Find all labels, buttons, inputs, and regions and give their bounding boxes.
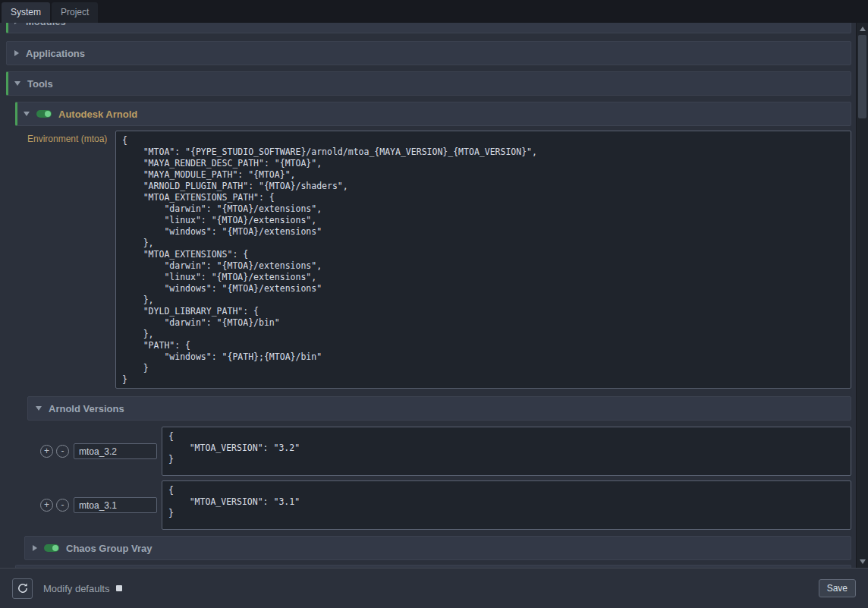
section-header-modules[interactable]: Modules [6,23,851,33]
section-header-applications[interactable]: Applications [6,41,851,65]
arnold-section-body: Environment (mtoa) { "MTOA": "{PYPE_STUD… [15,126,851,530]
version-row: + - { "MTOA_VERSION": "3.1" } [40,480,851,530]
add-version-button[interactable]: + [40,499,53,512]
refresh-button[interactable] [12,578,33,599]
arrow-up-icon [860,27,866,31]
tab-project[interactable]: Project [52,2,98,23]
vertical-scrollbar[interactable] [856,23,868,568]
section-header-arnold-versions[interactable]: Arnold Versions [27,396,851,421]
section-label-arnold: Autodesk Arnold [58,109,137,120]
section-header-arnold[interactable]: Autodesk Arnold [15,102,851,126]
scrollbar-thumb[interactable] [858,35,866,118]
chevron-down-icon [24,112,30,116]
environment-label: Environment (mtoa) [27,131,112,389]
enabled-toggle-icon[interactable] [44,544,59,552]
section-label-vray: Chaos Group Vray [66,543,152,554]
section-label-applications: Applications [26,48,85,59]
chevron-right-icon [14,23,19,24]
tools-section-body: Autodesk Arnold Environment (mtoa) { "MT… [6,96,851,568]
version-row: + - { "MTOA_VERSION": "3.2" } [40,427,851,476]
version-row-buttons: + - [40,445,69,458]
enabled-toggle-icon[interactable] [36,110,52,118]
settings-content: Modules Applications Tools [0,23,868,568]
chevron-down-icon [14,81,20,86]
settings-window: System Project Modules Applications Tool… [0,0,868,608]
chevron-down-icon [36,406,42,411]
remove-version-button[interactable]: - [56,499,69,512]
section-header-tools[interactable]: Tools [6,71,851,96]
version-row-buttons: + - [40,499,69,512]
scroll-down-button[interactable] [857,556,868,568]
version-json-textarea[interactable]: { "MTOA_VERSION": "3.2" } [162,427,851,476]
section-label-arnold-versions: Arnold Versions [49,403,124,414]
version-key-input[interactable] [74,497,157,513]
environment-row: Environment (mtoa) { "MTOA": "{PYPE_STUD… [27,131,851,389]
section-header-partial[interactable] [15,565,851,568]
arrow-down-icon [860,559,866,564]
modify-defaults-label: Modify defaults [43,583,109,594]
footer-bar: Modify defaults Save [0,568,868,608]
scroll-up-button[interactable] [857,23,868,35]
tab-system[interactable]: System [2,2,50,23]
section-label-modules: Modules [26,23,66,27]
modify-defaults-control: Modify defaults [43,583,122,594]
environment-json-textarea[interactable]: { "MTOA": "{PYPE_STUDIO_SOFTWARE}/arnold… [115,131,851,389]
settings-scroll-area: Modules Applications Tools [0,23,856,568]
save-button[interactable]: Save [819,579,856,597]
tab-bar: System Project [0,0,868,23]
add-version-button[interactable]: + [40,445,53,458]
section-header-vray[interactable]: Chaos Group Vray [24,536,851,560]
section-label-tools: Tools [27,78,53,90]
refresh-icon [17,582,29,594]
version-key-input[interactable] [74,443,157,459]
arnold-section: Autodesk Arnold Environment (mtoa) { "MT… [15,102,851,530]
modify-defaults-checkbox[interactable] [116,585,122,591]
chevron-right-icon [33,545,37,551]
version-json-textarea[interactable]: { "MTOA_VERSION": "3.1" } [162,480,851,530]
chevron-right-icon [14,50,19,56]
section-tools: Tools Autodesk Arnold Envir [6,71,851,568]
remove-version-button[interactable]: - [56,445,69,458]
